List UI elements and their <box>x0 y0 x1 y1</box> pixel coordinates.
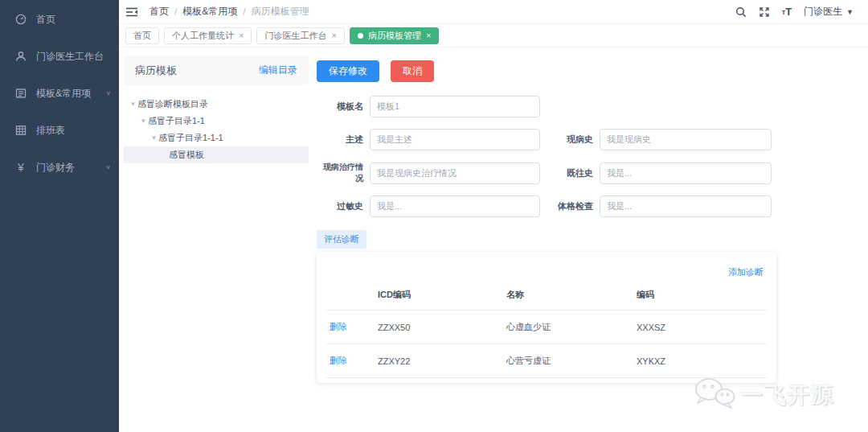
tab-label: 门诊医生工作台 <box>264 30 326 42</box>
cancel-button[interactable]: 取消 <box>391 60 434 82</box>
main-area: 首页 / 模板&常用项 / 病历模板管理 тT 门诊医生 ▼ <box>119 0 868 432</box>
tab-label: 病历模板管理 <box>368 30 421 42</box>
font-size-icon[interactable]: тT <box>782 6 792 18</box>
cell-code: XXXSZ <box>633 311 767 344</box>
breadcrumb-separator: / <box>243 6 245 18</box>
sidebar-item-templates[interactable]: 模板&常用项 ∨ <box>0 75 119 112</box>
table-header-row: ICD编码 名称 编码 <box>326 282 767 311</box>
table-row: 删除 ZZXX50 心虚血少证 XXXSZ <box>326 311 767 344</box>
tree-expand-icon[interactable]: ▼ <box>149 134 158 142</box>
panel-title: 病历模板 <box>135 64 177 78</box>
doctor-user-icon <box>14 50 27 63</box>
font-size-big-t: T <box>785 6 792 18</box>
close-icon[interactable]: × <box>331 31 336 40</box>
field-template-name: 模板名 <box>317 96 540 117</box>
past-history-input[interactable] <box>600 163 772 184</box>
cell-icd: ZZXX50 <box>375 311 503 344</box>
tab-home[interactable]: 首页 <box>125 27 159 44</box>
tree-node-sub1[interactable]: ▼ 感冒子目录1-1 <box>124 113 309 130</box>
field-label: 体格检查 <box>547 200 593 212</box>
edit-directory-link[interactable]: 编辑目录 <box>259 64 297 77</box>
search-icon[interactable] <box>735 6 747 18</box>
template-tree-panel: 病历模板 编辑目录 ▼ 感冒诊断模板目录 ▼ 感冒子目录1-1 ▼ 感冒子目录1… <box>124 56 309 432</box>
template-form: 保存修改 取消 模板名 主述 现病史 <box>309 56 857 432</box>
topbar-actions: тT 门诊医生 ▼ <box>735 5 854 19</box>
chief-complaint-input[interactable] <box>370 129 540 150</box>
save-button[interactable]: 保存修改 <box>317 60 379 82</box>
sidebar-item-finance[interactable]: ¥ 门诊财务 ∨ <box>0 149 119 186</box>
form-actions: 保存修改 取消 <box>317 60 857 82</box>
tab-label: 个人工作量统计 <box>172 30 234 42</box>
field-past-history: 既往史 <box>547 162 772 184</box>
add-row: 添加诊断 <box>326 257 767 282</box>
app-root: 首页 门诊医生工作台 模板&常用项 ∨ 排班表 ¥ 门诊财务 ∨ <box>0 0 868 432</box>
tree-node-label: 感冒子目录1-1-1 <box>158 132 223 144</box>
sidebar-item-label: 排班表 <box>36 124 65 138</box>
sidebar-item-home[interactable]: 首页 <box>0 1 119 38</box>
physical-exam-input[interactable] <box>600 195 772 217</box>
sidebar-item-label: 门诊医生工作台 <box>36 50 104 64</box>
chevron-down-icon: ▼ <box>846 8 854 16</box>
sidebar-item-label: 模板&常用项 <box>36 87 91 101</box>
field-label: 现病治疗情况 <box>317 162 363 184</box>
table-header-icd: ICD编码 <box>375 282 503 311</box>
cell-name: 心虚血少证 <box>503 311 633 344</box>
field-label: 主述 <box>317 134 363 146</box>
tree-node-sub2[interactable]: ▼ 感冒子目录1-1-1 <box>124 130 309 146</box>
content: 病历模板 编辑目录 ▼ 感冒诊断模板目录 ▼ 感冒子目录1-1 ▼ 感冒子目录1… <box>119 47 868 432</box>
schedule-grid-icon <box>14 124 27 137</box>
tree-node-root[interactable]: ▼ 感冒诊断模板目录 <box>124 96 309 113</box>
tab-diagnosis-assessment[interactable]: 评估诊断 <box>317 230 366 249</box>
cell-code: XYKXZ <box>633 344 767 378</box>
template-list-icon <box>14 87 27 100</box>
tab-personal-workload[interactable]: 个人工作量统计 × <box>164 27 252 44</box>
collapse-menu-icon[interactable] <box>125 6 138 18</box>
template-name-input[interactable] <box>370 96 540 117</box>
add-diagnosis-link[interactable]: 添加诊断 <box>728 267 764 277</box>
breadcrumb-home[interactable]: 首页 <box>149 5 169 19</box>
delete-link[interactable]: 删除 <box>330 356 347 365</box>
user-name: 门诊医生 <box>804 5 842 19</box>
field-label: 模板名 <box>317 101 363 113</box>
tree-node-label: 感冒子目录1-1 <box>148 115 205 127</box>
template-tree: ▼ 感冒诊断模板目录 ▼ 感冒子目录1-1 ▼ 感冒子目录1-1-1 感冒模板 <box>124 96 309 163</box>
sidebar: 首页 门诊医生工作台 模板&常用项 ∨ 排班表 ¥ 门诊财务 ∨ <box>0 0 119 432</box>
chevron-down-icon: ∨ <box>105 90 111 97</box>
topbar: 首页 / 模板&常用项 / 病历模板管理 тT 门诊医生 ▼ <box>119 0 868 24</box>
table-row: 删除 ZZXY22 心营亏虚证 XYKXZ <box>326 344 767 378</box>
breadcrumb-separator: / <box>174 6 177 18</box>
treatment-input[interactable] <box>370 163 540 184</box>
finance-yuan-icon: ¥ <box>14 161 27 174</box>
present-illness-input[interactable] <box>600 129 772 150</box>
table-header-code: 编码 <box>633 282 767 311</box>
sidebar-item-schedule[interactable]: 排班表 <box>0 112 119 149</box>
field-allergy: 过敏史 <box>317 195 540 217</box>
tree-expand-icon[interactable]: ▼ <box>129 101 137 108</box>
table-header-name: 名称 <box>503 282 633 311</box>
allergy-input[interactable] <box>370 195 540 217</box>
field-present-illness: 现病史 <box>547 129 772 150</box>
tree-node-template-selected[interactable]: 感冒模板 <box>124 146 309 163</box>
chevron-down-icon: ∨ <box>105 164 111 171</box>
tab-bar: 首页 个人工作量统计 × 门诊医生工作台 × 病历模板管理 × <box>119 24 868 47</box>
fullscreen-icon[interactable] <box>759 6 770 18</box>
user-menu[interactable]: 门诊医生 ▼ <box>804 5 854 19</box>
close-icon[interactable]: × <box>239 31 244 40</box>
sidebar-item-label: 门诊财务 <box>36 161 75 175</box>
tab-record-template-management[interactable]: 病历模板管理 × <box>350 27 439 44</box>
breadcrumb-templates[interactable]: 模板&常用项 <box>182 5 237 19</box>
tab-label: 首页 <box>133 30 151 42</box>
table-header-action <box>326 282 375 311</box>
active-dot-icon <box>358 33 363 39</box>
tree-expand-icon[interactable]: ▼ <box>139 117 148 125</box>
dashboard-icon <box>14 13 27 26</box>
breadcrumb: 首页 / 模板&常用项 / 病历模板管理 <box>149 5 309 19</box>
close-icon[interactable]: × <box>426 31 431 40</box>
delete-link[interactable]: 删除 <box>330 322 347 331</box>
sidebar-item-label: 首页 <box>36 13 55 27</box>
sidebar-item-doctor-workbench[interactable]: 门诊医生工作台 <box>0 38 119 75</box>
field-label: 现病史 <box>547 134 593 146</box>
field-label: 既往史 <box>547 167 593 179</box>
cell-icd: ZZXY22 <box>375 344 503 378</box>
tab-doctor-workbench[interactable]: 门诊医生工作台 × <box>256 27 344 44</box>
